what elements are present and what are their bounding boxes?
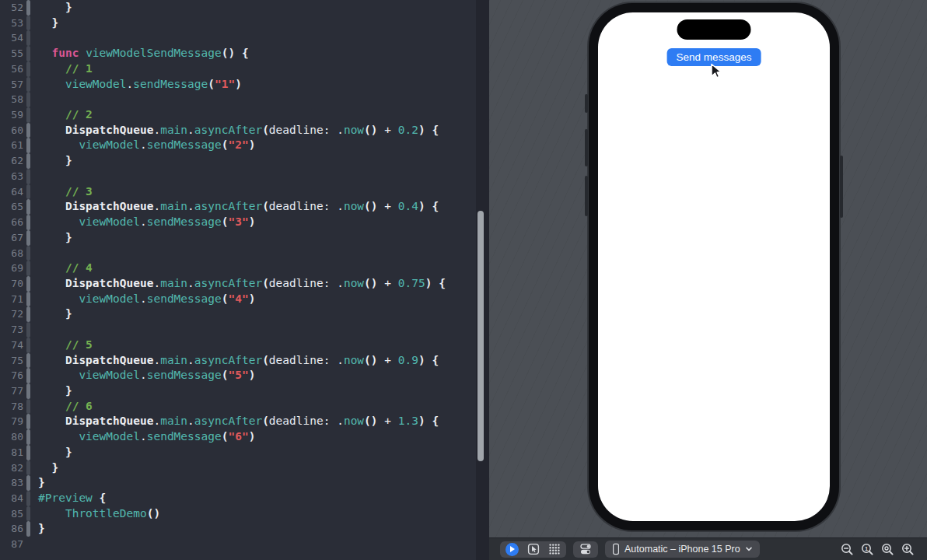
code-line[interactable]: 70 DispatchQueue.main.asyncAfter(deadlin… bbox=[0, 276, 476, 292]
selectable-cursor-icon bbox=[527, 543, 540, 555]
line-number: 57 bbox=[0, 77, 23, 93]
code-line[interactable]: 54 bbox=[0, 30, 476, 46]
code-line[interactable]: 60 DispatchQueue.main.asyncAfter(deadlin… bbox=[0, 123, 476, 138]
device-picker[interactable]: Automatic – iPhone 15 Pro bbox=[605, 541, 760, 558]
zoom-out-button[interactable] bbox=[841, 543, 854, 556]
code-line[interactable]: 63 bbox=[0, 169, 476, 184]
volume-down-button bbox=[585, 176, 588, 216]
code-text bbox=[30, 169, 38, 184]
code-line[interactable]: 65 DispatchQueue.main.asyncAfter(deadlin… bbox=[0, 199, 476, 215]
line-number: 77 bbox=[0, 383, 23, 399]
code-line[interactable]: 59 // 2 bbox=[0, 107, 476, 123]
zoom-in-button[interactable] bbox=[901, 543, 915, 556]
line-number: 58 bbox=[0, 92, 23, 107]
zoom-to-fit-button[interactable] bbox=[881, 543, 894, 556]
code-line[interactable]: 82 } bbox=[0, 460, 476, 476]
code-text: DispatchQueue.main.asyncAfter(deadline: … bbox=[30, 276, 446, 292]
code-text: } bbox=[30, 0, 72, 16]
xcode-window: 52 }53 }5455 func viewModelSendMessage()… bbox=[0, 0, 927, 560]
line-number: 76 bbox=[0, 368, 23, 383]
code-line[interactable]: 67 } bbox=[0, 230, 476, 246]
code-text: } bbox=[30, 475, 45, 491]
code-text: // 2 bbox=[30, 107, 93, 123]
play-icon bbox=[505, 543, 519, 556]
code-line[interactable]: 74 // 5 bbox=[0, 338, 476, 353]
code-line[interactable]: 69 // 4 bbox=[0, 261, 476, 276]
line-number: 83 bbox=[0, 475, 23, 491]
phone-screen: Send messages bbox=[598, 12, 830, 521]
variants-grid-icon bbox=[548, 543, 561, 555]
line-number: 59 bbox=[0, 107, 23, 123]
code-lines: 52 }53 }5455 func viewModelSendMessage()… bbox=[0, 0, 476, 552]
device-settings-button[interactable] bbox=[579, 543, 593, 555]
code-line[interactable]: 79 DispatchQueue.main.asyncAfter(deadlin… bbox=[0, 414, 476, 429]
code-text bbox=[30, 92, 38, 107]
line-number: 81 bbox=[0, 445, 23, 460]
line-number: 70 bbox=[0, 276, 23, 292]
line-number: 66 bbox=[0, 215, 23, 230]
code-line[interactable]: 86} bbox=[0, 521, 476, 537]
code-text: // 5 bbox=[30, 338, 93, 353]
code-line[interactable]: 83} bbox=[0, 475, 476, 491]
chevron-down-icon bbox=[745, 545, 753, 553]
device-settings-group bbox=[573, 541, 598, 558]
line-number: 54 bbox=[0, 30, 23, 46]
line-number: 65 bbox=[0, 199, 23, 215]
line-number: 73 bbox=[0, 322, 23, 338]
code-line[interactable]: 75 DispatchQueue.main.asyncAfter(deadlin… bbox=[0, 353, 476, 369]
code-line[interactable]: 56 // 1 bbox=[0, 61, 476, 77]
code-editor[interactable]: 52 }53 }5455 func viewModelSendMessage()… bbox=[0, 0, 489, 560]
code-text: viewModel.sendMessage("6") bbox=[30, 429, 255, 445]
editor-scrollbar-track[interactable] bbox=[476, 0, 489, 560]
code-line[interactable]: 58 bbox=[0, 92, 476, 107]
code-line[interactable]: 77 } bbox=[0, 383, 476, 399]
code-text: viewModel.sendMessage("1") bbox=[30, 77, 242, 93]
code-text: viewModel.sendMessage("3") bbox=[30, 215, 255, 230]
code-text: ThrottleDemo() bbox=[30, 506, 160, 522]
line-number: 78 bbox=[0, 399, 23, 415]
code-line[interactable]: 84#Preview { bbox=[0, 491, 476, 506]
device-picker-label: Automatic – iPhone 15 Pro bbox=[624, 544, 740, 555]
code-line[interactable]: 57 viewModel.sendMessage("1") bbox=[0, 77, 476, 93]
code-text: // 3 bbox=[30, 184, 93, 200]
preview-mode-group bbox=[500, 541, 566, 558]
live-preview-button[interactable] bbox=[505, 543, 519, 556]
code-line[interactable]: 76 viewModel.sendMessage("5") bbox=[0, 368, 476, 383]
code-text: } bbox=[30, 445, 72, 460]
code-line[interactable]: 85 ThrottleDemo() bbox=[0, 506, 476, 522]
code-line[interactable]: 78 // 6 bbox=[0, 399, 476, 415]
line-number: 53 bbox=[0, 16, 23, 31]
line-number: 72 bbox=[0, 306, 23, 322]
zoom-actual-size-button[interactable]: 1 bbox=[861, 543, 874, 556]
code-line[interactable]: 52 } bbox=[0, 0, 476, 16]
code-line[interactable]: 64 // 3 bbox=[0, 184, 476, 200]
line-number: 86 bbox=[0, 521, 23, 537]
line-number: 60 bbox=[0, 123, 23, 138]
code-line[interactable]: 61 viewModel.sendMessage("2") bbox=[0, 138, 476, 153]
preview-canvas: Send messages bbox=[489, 0, 927, 560]
code-text: // 6 bbox=[30, 399, 93, 415]
selectable-mode-button[interactable] bbox=[527, 543, 540, 555]
code-line[interactable]: 87 bbox=[0, 537, 476, 552]
code-text: DispatchQueue.main.asyncAfter(deadline: … bbox=[30, 353, 439, 369]
code-line[interactable]: 68 bbox=[0, 246, 476, 261]
editor-scrollbar-thumb[interactable] bbox=[477, 211, 484, 461]
line-number: 64 bbox=[0, 184, 23, 200]
code-line[interactable]: 73 bbox=[0, 322, 476, 338]
code-text: DispatchQueue.main.asyncAfter(deadline: … bbox=[30, 414, 439, 429]
code-text bbox=[30, 322, 38, 338]
code-line[interactable]: 66 viewModel.sendMessage("3") bbox=[0, 215, 476, 230]
code-line[interactable]: 71 viewModel.sendMessage("4") bbox=[0, 292, 476, 307]
code-line[interactable]: 80 viewModel.sendMessage("6") bbox=[0, 429, 476, 445]
code-line[interactable]: 55 func viewModelSendMessage() { bbox=[0, 46, 476, 61]
code-line[interactable]: 72 } bbox=[0, 306, 476, 322]
magnifier-minus-icon bbox=[841, 543, 854, 556]
variants-button[interactable] bbox=[548, 543, 561, 555]
power-button bbox=[840, 156, 843, 218]
code-text: } bbox=[30, 383, 72, 399]
code-line[interactable]: 53 } bbox=[0, 16, 476, 31]
code-line[interactable]: 81 } bbox=[0, 445, 476, 460]
code-line[interactable]: 62 } bbox=[0, 153, 476, 169]
svg-text:1: 1 bbox=[865, 544, 868, 551]
line-number: 71 bbox=[0, 292, 23, 307]
